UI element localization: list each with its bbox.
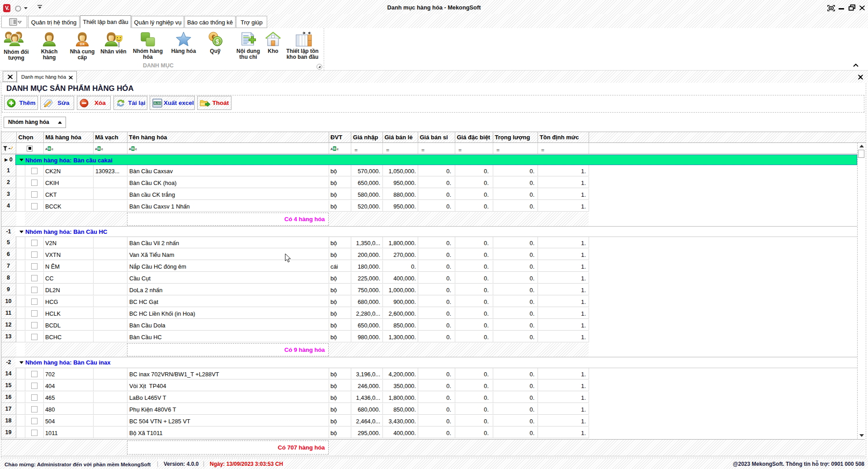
svg-text:B: B	[132, 147, 134, 150]
svg-text:A: A	[95, 147, 97, 150]
svg-text:c: c	[101, 147, 103, 150]
svg-text:B: B	[48, 147, 50, 150]
svg-text:XLSX: XLSX	[154, 101, 161, 104]
svg-text:B: B	[98, 147, 100, 150]
svg-text:B: B	[333, 147, 335, 150]
svg-text:A: A	[45, 147, 47, 150]
svg-text:A: A	[330, 147, 333, 150]
svg-text:c: c	[52, 147, 53, 150]
svg-text:A: A	[129, 147, 131, 150]
svg-text:DX: DX	[80, 42, 85, 46]
svg-text:c: c	[135, 147, 137, 150]
svg-text:$: $	[216, 38, 219, 45]
svg-text:c: c	[337, 147, 339, 150]
